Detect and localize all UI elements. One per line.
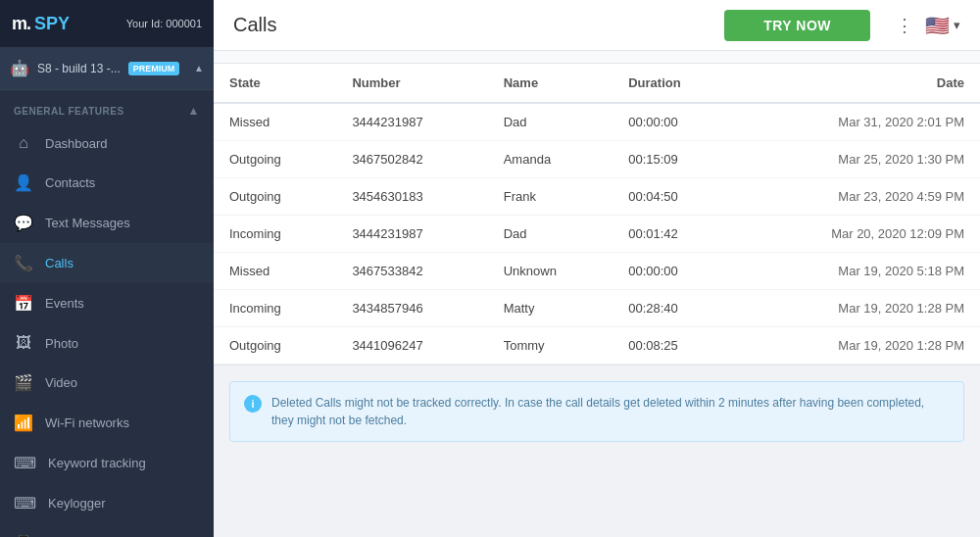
cell-name: Amanda	[488, 141, 613, 178]
sidebar-item-label: Events	[45, 296, 84, 311]
cell-duration: 00:00:00	[612, 103, 736, 141]
cell-date: Mar 20, 2020 12:09 PM	[737, 216, 980, 253]
sidebar-item-contacts[interactable]: 👤 Contacts	[0, 163, 214, 203]
cell-duration: 00:08:25	[612, 327, 736, 365]
sidebar-item-photo[interactable]: 🖼 Photo	[0, 323, 214, 363]
calls-table-container: State Number Name Duration Date Missed 3…	[214, 64, 980, 366]
table-row: Incoming 3434857946 Matty 00:28:40 Mar 1…	[214, 290, 980, 327]
logo-m: m.	[12, 14, 30, 34]
logo-spy: SPY	[34, 14, 70, 34]
table-row: Outgoing 3454630183 Frank 00:04:50 Mar 2…	[214, 178, 980, 216]
sidebar-item-wifi-networks[interactable]: 📶 Wi-Fi networks	[0, 403, 214, 443]
nav-items: ⌂ Dashboard 👤 Contacts 💬 Text Messages 📞…	[0, 123, 214, 537]
cell-name: Frank	[488, 178, 613, 216]
table-row: Missed 3467533842 Unknown 00:00:00 Mar 1…	[214, 253, 980, 290]
sidebar-item-label: Dashboard	[45, 136, 108, 151]
sidebar-item-label: Text Messages	[45, 216, 130, 230]
cell-duration: 00:04:50	[612, 178, 736, 216]
scroll-indicator: ▲	[194, 63, 204, 73]
cell-duration: 00:15:09	[612, 141, 736, 178]
cell-number: 3454630183	[336, 178, 487, 216]
sidebar-item-label: Calls	[45, 256, 74, 270]
cell-number: 3444231987	[336, 103, 487, 141]
more-options-icon[interactable]: ⋮	[896, 15, 915, 36]
cell-name: Unknown	[488, 253, 613, 290]
table-row: Outgoing 3441096247 Tommy 00:08:25 Mar 1…	[214, 327, 980, 365]
col-date: Date	[737, 64, 980, 103]
sidebar-item-text-messages[interactable]: 💬 Text Messages	[0, 203, 214, 243]
info-text: Deleted Calls might not be tracked corre…	[271, 394, 950, 429]
chevron-up-icon[interactable]: ▲	[188, 104, 200, 118]
scroll-top-row	[214, 51, 980, 64]
sidebar-item-video[interactable]: 🎬 Video	[0, 363, 214, 403]
page-title: Calls	[233, 14, 276, 36]
sidebar: m. SPY Your Id: 000001 🤖 S8 - build 13 -…	[0, 0, 214, 537]
user-id: Your Id: 000001	[126, 18, 202, 29]
sidebar-item-label: Contacts	[45, 175, 95, 190]
android-icon: 🤖	[10, 59, 29, 77]
sidebar-item-events[interactable]: 📅 Events	[0, 283, 214, 323]
logo: m. SPY	[12, 14, 70, 34]
sidebar-item-installed-apps[interactable]: 📱 Installed APPs	[0, 523, 214, 537]
sidebar-item-label: Photo	[45, 336, 78, 351]
cell-state: Outgoing	[214, 178, 336, 216]
cell-number: 3434857946	[336, 290, 487, 327]
sidebar-item-dashboard[interactable]: ⌂ Dashboard	[0, 123, 214, 163]
try-now-button[interactable]: TRY NOW	[724, 10, 870, 41]
cell-name: Dad	[488, 103, 613, 141]
table-row: Outgoing 3467502842 Amanda 00:15:09 Mar …	[214, 141, 980, 178]
table-body: Missed 3444231987 Dad 00:00:00 Mar 31, 2…	[214, 103, 980, 365]
cell-date: Mar 31, 2020 2:01 PM	[737, 103, 980, 141]
sidebar-header: m. SPY Your Id: 000001	[0, 0, 214, 47]
photo-icon: 🖼	[14, 334, 33, 352]
info-icon: i	[244, 395, 262, 413]
calls-icon: 📞	[14, 254, 33, 272]
chevron-down-icon: ▾	[954, 18, 960, 32]
cell-number: 3444231987	[336, 216, 487, 253]
cell-duration: 00:01:42	[612, 216, 736, 253]
cell-date: Mar 19, 2020 5:18 PM	[737, 253, 980, 290]
cell-duration: 00:28:40	[612, 290, 736, 327]
info-bar: i Deleted Calls might not be tracked cor…	[229, 381, 964, 442]
general-features-section: GENERAL FEATURES ▲	[0, 90, 214, 123]
premium-badge: PREMIUM	[128, 62, 180, 75]
sidebar-item-keyword-tracking[interactable]: ⌨ Keyword tracking	[0, 443, 214, 483]
cell-name: Dad	[488, 216, 613, 253]
col-number: Number	[336, 64, 487, 103]
cell-number: 3467533842	[336, 253, 487, 290]
cell-state: Missed	[214, 103, 336, 141]
language-selector[interactable]: 🇺🇸 ▾	[925, 14, 960, 37]
sidebar-item-label: Wi-Fi networks	[45, 415, 129, 430]
general-features-label: GENERAL FEATURES	[14, 106, 124, 117]
keylogger-icon: ⌨	[14, 494, 36, 513]
content-area: State Number Name Duration Date Missed 3…	[214, 51, 980, 537]
table-row: Incoming 3444231987 Dad 00:01:42 Mar 20,…	[214, 216, 980, 253]
device-bar[interactable]: 🤖 S8 - build 13 -... PREMIUM ▲	[0, 47, 214, 90]
wifi-networks-icon: 📶	[14, 414, 33, 432]
sidebar-item-calls[interactable]: 📞 Calls	[0, 243, 214, 283]
col-duration: Duration	[612, 64, 736, 103]
cell-date: Mar 19, 2020 1:28 PM	[737, 290, 980, 327]
sidebar-item-keylogger[interactable]: ⌨ Keylogger	[0, 483, 214, 523]
contacts-icon: 👤	[14, 173, 33, 192]
cell-state: Incoming	[214, 290, 336, 327]
cell-name: Tommy	[488, 327, 613, 365]
cell-date: Mar 19, 2020 1:28 PM	[737, 327, 980, 365]
sidebar-item-label: Keylogger	[48, 496, 106, 511]
dashboard-icon: ⌂	[14, 134, 33, 152]
calls-table: State Number Name Duration Date Missed 3…	[214, 64, 980, 365]
col-state: State	[214, 64, 336, 103]
events-icon: 📅	[14, 294, 33, 313]
cell-duration: 00:00:00	[612, 253, 736, 290]
cell-number: 3441096247	[336, 327, 487, 365]
cell-state: Incoming	[214, 216, 336, 253]
cell-state: Missed	[214, 253, 336, 290]
flag-icon: 🇺🇸	[925, 14, 950, 37]
cell-date: Mar 25, 2020 1:30 PM	[737, 141, 980, 178]
cell-number: 3467502842	[336, 141, 487, 178]
video-icon: 🎬	[14, 373, 33, 392]
col-name: Name	[488, 64, 613, 103]
cell-date: Mar 23, 2020 4:59 PM	[737, 178, 980, 216]
table-row: Missed 3444231987 Dad 00:00:00 Mar 31, 2…	[214, 103, 980, 141]
cell-state: Outgoing	[214, 327, 336, 365]
